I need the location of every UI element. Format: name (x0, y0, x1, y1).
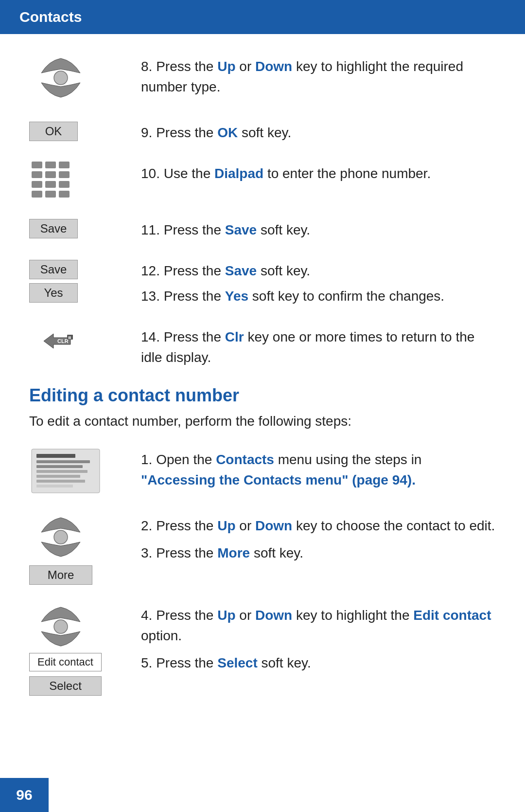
step-text-col-10: 10. Use the Dialpad to enter the phone n… (141, 161, 496, 184)
highlight-edit-contact-s2-4: Edit contact (413, 608, 491, 623)
svg-text:CLR: CLR (57, 338, 69, 344)
step-num-s2-5: 5. (141, 655, 152, 670)
step-num-11: 11. (141, 222, 160, 237)
step-text-col-14: 14. Press the Clr key one or more times … (141, 324, 496, 368)
step-image-col-12-13: Save Yes (29, 258, 126, 303)
step-row-12-13: Save Yes 12. Press the Save soft key. 13… (29, 258, 496, 307)
page-number: 96 (16, 787, 32, 803)
svg-rect-22 (36, 480, 85, 483)
more-softkey-img-s2-3: More (29, 565, 92, 585)
svg-rect-19 (36, 465, 83, 468)
step-image-col-10 (29, 161, 126, 199)
step-row-11: Save 11. Press the Save soft key. (29, 217, 496, 240)
step-text-col-12-13: 12. Press the Save soft key. 13. Press t… (141, 258, 496, 307)
svg-rect-20 (36, 470, 88, 473)
step-image-col-s2-2-3: More (29, 513, 126, 585)
step-text-col-s2-2-3: 2. Press the Up or Down key to choose th… (141, 513, 496, 563)
svg-rect-6 (59, 171, 70, 178)
svg-rect-23 (36, 485, 73, 487)
step-row-s2-1: 1. Open the Contacts menu using the step… (29, 447, 496, 495)
link-accessing-contacts: "Accessing the Contacts menu" (page 94). (141, 472, 416, 487)
step-num-12: 12. (141, 263, 160, 278)
svg-rect-9 (59, 181, 70, 188)
nav-key-icon-s2-4 (29, 602, 92, 651)
highlight-up-s2-2: Up (217, 518, 235, 533)
svg-rect-10 (32, 191, 42, 198)
highlight-select-s2-5: Select (217, 655, 258, 670)
step-image-col-s2-1 (29, 447, 126, 495)
nav-more-col: More (29, 513, 92, 585)
step-row-s2-2-3: More 2. Press the Up or Down key to choo… (29, 513, 496, 585)
highlight-down-8: Down (255, 59, 292, 74)
ok-softkey-img: OK (29, 122, 78, 141)
section2-heading: Editing a contact number (29, 385, 496, 406)
step-row-s2-4-5: Edit contact Select 4. Press the Up or D… (29, 602, 496, 696)
step-row-9: OK 9. Press the OK soft key. (29, 120, 496, 143)
step-row-10: 10. Use the Dialpad to enter the phone n… (29, 161, 496, 199)
step-num-s2-2: 2. (141, 518, 152, 533)
section2-intro: To edit a contact number, perform the fo… (29, 414, 496, 429)
highlight-up-8: Up (217, 59, 235, 74)
highlight-down-s2-4: Down (255, 608, 292, 623)
svg-rect-7 (32, 181, 42, 188)
step-image-col-s2-4-5: Edit contact Select (29, 602, 126, 696)
highlight-more-s2-3: More (217, 545, 250, 560)
svg-text:▦: ▦ (68, 336, 71, 339)
highlight-save-11: Save (225, 222, 257, 237)
svg-rect-5 (45, 171, 56, 178)
svg-point-24 (54, 530, 68, 544)
header-title: Contacts (19, 9, 82, 25)
step-num-s2-4: 4. (141, 608, 152, 623)
header-bar: Contacts (0, 0, 525, 34)
edit-contact-menu-item: Edit contact (29, 653, 102, 671)
step-num-10: 10. (141, 166, 160, 181)
clr-key-icon-14: CLR ▦ (39, 324, 78, 358)
highlight-yes-13: Yes (225, 289, 248, 304)
highlight-down-s2-2: Down (255, 518, 292, 533)
step-num-s2-1: 1. (141, 452, 152, 467)
main-content: 8. Press the Up or Down key to highlight… (0, 34, 525, 742)
highlight-up-s2-4: Up (217, 608, 235, 623)
step-text-col-s2-1: 1. Open the Contacts menu using the step… (141, 447, 496, 490)
nav-edit-select-col: Edit contact Select (29, 602, 102, 696)
contacts-menu-icon-s2-1 (29, 447, 102, 495)
svg-rect-3 (59, 162, 70, 168)
multi-softkey-col: Save Yes (29, 258, 78, 303)
step-image-col-14: CLR ▦ (29, 324, 126, 358)
step-num-s2-3: 3. (141, 545, 152, 560)
step-text-col-8: 8. Press the Up or Down key to highlight… (141, 54, 496, 97)
dialpad-icon-10 (29, 161, 73, 199)
highlight-dialpad-10: Dialpad (214, 166, 263, 181)
svg-rect-4 (32, 171, 42, 178)
svg-point-0 (54, 71, 68, 85)
highlight-ok-9: OK (217, 125, 238, 140)
svg-point-25 (54, 620, 68, 633)
highlight-contacts-s2-1: Contacts (216, 452, 274, 467)
svg-rect-1 (32, 162, 42, 168)
step-image-col-8 (29, 54, 126, 102)
svg-rect-2 (45, 162, 56, 168)
svg-rect-12 (59, 191, 70, 198)
section2: Editing a contact number To edit a conta… (29, 385, 496, 696)
highlight-clr-14: Clr (225, 329, 244, 344)
step-num-8: 8. (141, 59, 152, 74)
step-num-9: 9. (141, 125, 152, 140)
svg-rect-11 (45, 191, 56, 198)
save-softkey-img-11: Save (29, 219, 78, 238)
save-softkey-img-12: Save (29, 260, 78, 279)
step-num-13: 13. (141, 289, 160, 304)
yes-softkey-img-13: Yes (29, 283, 78, 303)
highlight-save-12: Save (225, 263, 257, 278)
step-image-col-9: OK (29, 120, 126, 141)
nav-key-icon-8 (29, 54, 92, 102)
step-text-col-s2-4-5: 4. Press the Up or Down key to highlight… (141, 602, 496, 673)
svg-rect-18 (36, 460, 90, 463)
step-num-14: 14. (141, 329, 160, 344)
svg-rect-8 (45, 181, 56, 188)
page-footer: 96 (0, 778, 49, 812)
select-softkey-img-s2-5: Select (29, 676, 102, 696)
step-text-col-11: 11. Press the Save soft key. (141, 217, 496, 240)
svg-rect-21 (36, 475, 80, 478)
svg-rect-17 (36, 454, 75, 458)
step-text-col-9: 9. Press the OK soft key. (141, 120, 496, 143)
